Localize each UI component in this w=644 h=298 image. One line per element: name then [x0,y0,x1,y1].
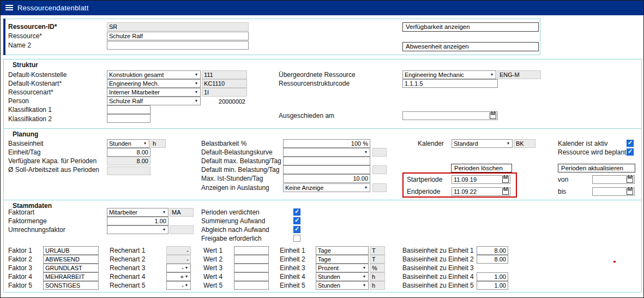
name2-field[interactable] [107,41,249,50]
wert4-label: Wert 4 [203,273,222,281]
calendar-icon[interactable] [502,188,509,195]
red-marker-dot [613,261,616,263]
person-value: Schulze Ralf [109,97,194,105]
ausgeschieden-am-field[interactable] [402,111,498,120]
person-select[interactable]: Schulze Ralf ▾ [107,97,201,105]
startperiode-field[interactable]: 11.09.19 [452,175,510,184]
faktor4-field[interactable]: MEHRARBEIT [43,272,99,281]
wert2-field[interactable] [234,255,269,264]
chevron-down-icon: ▾ [362,282,367,289]
einheit3-select[interactable]: Prozent ▾ [316,264,369,272]
chevron-down-icon: ▾ [362,273,367,281]
basis-einheit1-field[interactable]: 8.00 [477,246,508,255]
belastungskurve-label: Default-Belastungskurve [201,148,273,157]
faktor5-field[interactable]: SONSTIGES [43,281,99,290]
calendar-icon[interactable] [627,188,633,195]
basis-einheit2-field[interactable]: 8.00 [477,255,508,264]
chevron-down-icon: ▾ [184,282,189,289]
basis-einheit4-field[interactable]: 1.00 [477,272,508,281]
basis-einheit2-label: Basiseinheit zu Einheit 2 [402,255,474,264]
basis-einheit5-field[interactable]: 1.00 [477,281,508,290]
wert3-field[interactable] [234,264,269,272]
einheit2-field[interactable]: Tage [316,255,369,264]
abgleich-nach-aufwand-checkbox[interactable] [293,226,300,233]
umrechnungsfaktor-select[interactable]: ▾ [107,225,168,234]
wert5-label: Wert 5 [203,282,222,290]
active-section-indicator [3,19,5,55]
abwesenheit-anzeigen-button[interactable]: Abwesenheit anzeigen [402,42,539,51]
ressource-field[interactable]: Schulze Ralf [107,32,249,40]
einheit1-field[interactable]: Tage [316,246,369,255]
faktorart-select[interactable]: Mitarbeiter ▾ [107,208,168,217]
einheit4-select[interactable]: Stunden ▾ [316,272,369,281]
einheit5-select[interactable]: Stunden ▾ [316,281,369,290]
belastungskurve-select[interactable]: ▾ [283,148,370,157]
faktor2-field[interactable]: ABWESEND [43,255,99,264]
calendar-icon[interactable] [502,176,509,183]
chevron-down-icon: ▾ [363,148,369,156]
einheit3-label: Einheit 3 [280,264,305,272]
verfuegbare-kapa-label: Verfügbare Kapa. für Perioden [8,157,97,165]
freigabe-erforderlich-label: Freigabe erforderlich [201,235,262,243]
rechenart4-select[interactable]: + ▾ [166,272,191,281]
perioden-aktualisieren-button[interactable]: Perioden aktualisieren [558,164,635,172]
ressourcenstrukturcode-field[interactable]: 1.1.1.5 [402,79,498,88]
endperiode-field[interactable]: 11.09.22 [452,187,510,196]
max-ist-stunden-field[interactable]: 10.00 [283,174,370,183]
chevron-down-icon: ▾ [505,140,511,147]
basiseinheit-value: Stunden [109,140,142,147]
faktor1-label: Faktor 1 [8,247,32,255]
basiseinheit-select[interactable]: Stunden ▾ [107,139,149,148]
einheit-tag-field[interactable]: 8.00 [107,148,151,157]
ressource-wird-beplant-label: Ressource wird beplant [558,148,626,157]
calendar-icon[interactable] [490,112,496,119]
verfuegbarkeit-anzeigen-button[interactable]: Verfügbarkeit anzeigen [402,22,539,32]
perioden-loeschen-button[interactable]: Perioden löschen [451,164,512,172]
einheit5-code-field: h [370,281,385,290]
kalender-select[interactable]: Standard ▾ [452,139,513,148]
chevron-down-icon: ▾ [194,97,199,105]
perioden-verdichten-label: Perioden verdichten [201,208,260,217]
app-title: Ressourcendatenblatt [17,4,88,12]
faktor1-field[interactable]: URLAUB [43,246,99,255]
faktorart-value: Mitarbeiter [109,208,161,216]
ressourcenart-label: Ressourcenart* [8,88,53,97]
wert1-field[interactable] [234,246,269,255]
rechenart1-label: Rechenart 1 [110,247,145,255]
ressource-wird-beplant-checkbox[interactable] [627,148,634,156]
klassifikation1-field[interactable] [107,105,151,114]
wert4-field[interactable] [234,272,269,281]
ressourcen-id-label: Ressourcen-ID* [8,23,57,31]
soll-arbeitszeit-label: Ø Soll-Arbeitszeit aus Perioden [8,166,99,174]
rechenart1-field: - [166,246,191,255]
rechenart5-select[interactable]: - ▾ [166,281,191,290]
summierung-aufwand-checkbox[interactable] [293,217,300,224]
min-belastung-field[interactable] [283,165,370,174]
freigabe-erforderlich-checkbox[interactable] [293,235,300,242]
chevron-down-icon: ▾ [194,80,199,87]
perioden-verdichten-checkbox[interactable] [293,208,300,216]
anzeigen-auslastung-code-field [372,183,387,192]
belastungskurve-code-field [372,148,387,157]
wert1-label: Wert 1 [203,247,222,255]
von-label: von [558,176,568,184]
klassifikation2-field[interactable] [107,114,151,123]
kalender-ist-aktiv-checkbox[interactable] [627,140,634,147]
default-kostenart-select[interactable]: Engineering Mech. ▾ [107,79,201,88]
faktormenge-field[interactable]: 1.00 [107,217,168,225]
anzeigen-auslastung-value: Keine Anzeige [285,184,363,192]
faktor3-field[interactable]: GRUNDLAST [43,264,99,272]
einheit2-code-field: T [370,255,385,264]
uebergeordnete-ressource-select[interactable]: Engineering Mechanic ▾ [402,70,496,79]
belastbarkeit-field[interactable]: 100 % [283,139,370,148]
anzeigen-auslastung-select[interactable]: Keine Anzeige ▾ [283,183,370,192]
ressourcenart-select[interactable]: Interner Mitarbeiter ▾ [107,88,201,97]
hamburger-menu-icon[interactable] [5,5,13,6]
calendar-icon[interactable] [627,176,633,183]
default-kostenstelle-select[interactable]: Konstruktion gesamt ▾ [107,70,201,79]
wert5-field[interactable] [234,281,269,290]
rechenart3-select[interactable]: - ▾ [166,264,191,272]
chevron-down-icon: ▾ [363,184,369,192]
einheit3-value: Prozent [318,264,362,272]
max-belastung-field[interactable] [283,157,370,165]
